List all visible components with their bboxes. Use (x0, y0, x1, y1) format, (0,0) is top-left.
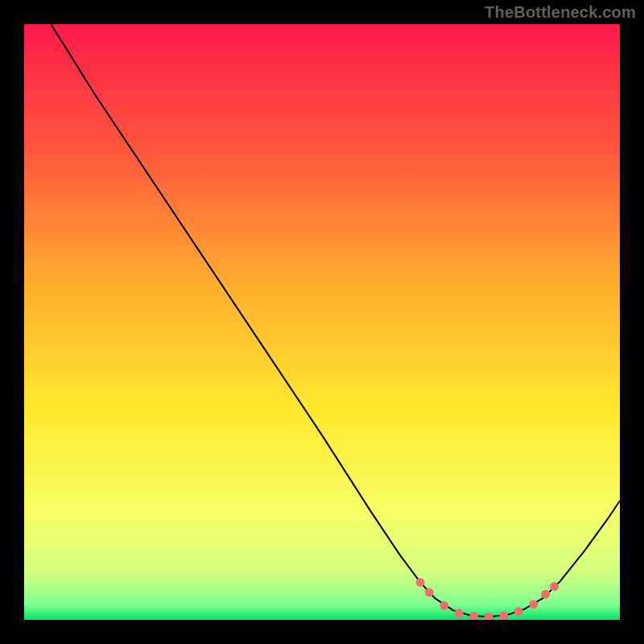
curve-marker (541, 590, 550, 599)
curve-marker (425, 588, 434, 597)
watermark-text: TheBottleneck.com (485, 3, 636, 22)
chart-frame: TheBottleneck.com (0, 0, 644, 644)
curve-marker (416, 578, 425, 587)
curve-marker (529, 600, 538, 609)
curve-marker (514, 607, 523, 616)
curve-marker (455, 609, 464, 617)
chart-svg (24, 24, 620, 620)
plot-area (24, 24, 620, 620)
gradient-background (24, 24, 620, 620)
curve-marker (499, 611, 508, 620)
curve-marker (550, 582, 559, 591)
curve-marker (440, 601, 448, 610)
